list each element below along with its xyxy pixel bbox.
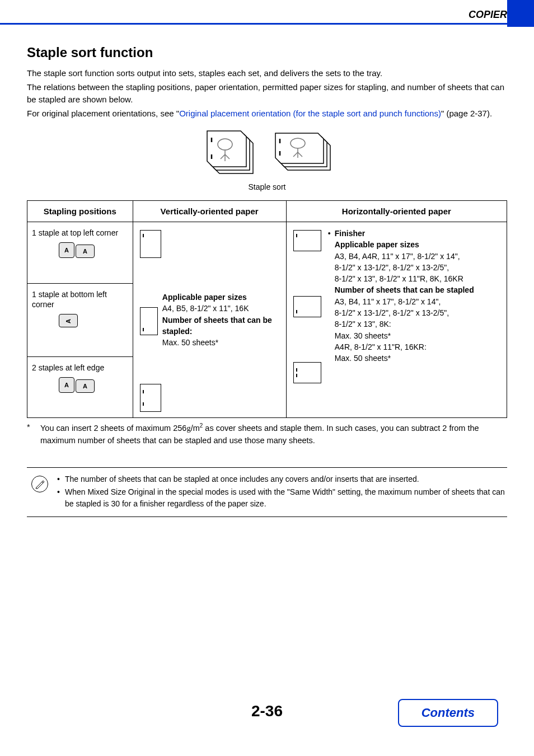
illustration-row — [27, 130, 507, 180]
note-b2: When Mixed Size Original in the special … — [65, 486, 507, 510]
v-page-bl-icon — [140, 307, 158, 335]
intro-p3: For original placement orientations, see… — [27, 107, 507, 120]
section-label: COPIER — [469, 9, 507, 20]
h-l7: 8-1/2" x 13-1/2", 8-1/2" x 13-2/5", — [335, 308, 449, 317]
horizontal-info: •Finisher Applicable paper sizes A3, B4,… — [328, 228, 474, 364]
v-page-tl-icon — [140, 230, 161, 258]
note-b1: The number of sheets that can be stapled… — [65, 473, 419, 485]
cell-vertical-info: Applicable paper sizes A4, B5, 8-1/2" x … — [133, 222, 286, 418]
staple-vertical-icon — [198, 130, 260, 180]
note-block: •The number of sheets that can be staple… — [27, 467, 507, 517]
cell-bottomleft: 1 staple at bottom left corner A — [27, 283, 133, 356]
footnote-mark: * — [27, 421, 40, 447]
intro-p1: The staple sort function sorts output in… — [27, 67, 507, 80]
h-l10: A4R, 8-1/2" x 11"R, 16KR: — [335, 342, 427, 351]
v-l4: Max. 50 sheets* — [162, 338, 218, 347]
intro-p2: The relations between the stapling posit… — [27, 81, 507, 106]
staple-horizontal-icon — [269, 130, 336, 180]
page-header: COPIER — [0, 0, 534, 25]
v-l3: Number of sheets that can be stapled: — [162, 316, 272, 336]
label-topleft: 1 staple at top left corner — [32, 228, 128, 238]
h-l4: 8-1/2" x 13", 8-1/2" x 11"R, 8K, 16KR — [335, 274, 463, 283]
cell-topleft: 1 staple at top left corner A A — [27, 222, 133, 284]
staple-table: Stapling positions Vertically-oriented p… — [27, 200, 507, 418]
h-l5: Number of sheets that can be stapled — [335, 285, 474, 294]
contents-button[interactable]: Contents — [398, 699, 498, 727]
intro-p3-post: " (page 2-37). — [441, 109, 492, 118]
label-bottomleft: 1 staple at bottom left corner — [32, 289, 128, 309]
orientation-link[interactable]: Original placement orientation (for the … — [179, 109, 441, 118]
intro-p3-pre: For original placement orientations, see… — [27, 109, 179, 118]
svg-text:A: A — [65, 319, 72, 323]
landscape-a-sideways-icon: A — [59, 314, 78, 327]
h-page-bl-icon — [293, 296, 321, 317]
h-l1: Applicable paper sizes — [335, 240, 419, 249]
h-l3: 8-1/2" x 13-1/2", 8-1/2" x 13-2/5", — [335, 263, 449, 272]
h-l9: Max. 30 sheets* — [335, 331, 391, 340]
page-title: Staple sort function — [27, 45, 507, 60]
v-l2: A4, B5, 8-1/2" x 11", 16K — [162, 304, 249, 313]
portrait-a-icon: A — [59, 242, 74, 258]
v-l1: Applicable paper sizes — [162, 293, 247, 302]
cell-horizontal-info: •Finisher Applicable paper sizes A3, B4,… — [286, 222, 507, 418]
page-content: Staple sort function The staple sort fun… — [0, 25, 534, 517]
illustration-caption: Staple sort — [27, 182, 507, 191]
h-l6: A3, B4, 11" x 17", 8-1/2" x 14", — [335, 297, 441, 306]
label-2staples: 2 staples at left edge — [32, 363, 128, 373]
h-bullet: Finisher — [335, 228, 365, 239]
footnote: * You can insert 2 sheets of maximum 256… — [27, 421, 507, 447]
h-page-2l-icon — [293, 362, 321, 383]
portrait-a-icon-2: A — [59, 377, 74, 393]
footnote-text: You can insert 2 sheets of maximum 256g/… — [40, 421, 507, 447]
v-page-2l-icon — [140, 384, 161, 412]
h-page-tl-icon — [293, 230, 321, 251]
h-l2: A3, B4, A4R, 11" x 17", 8-1/2" x 14", — [335, 252, 460, 261]
cell-2staples: 2 staples at left edge A A — [27, 356, 133, 418]
landscape-a-icon-2: A — [76, 379, 95, 393]
h-l8: 8-1/2" x 13", 8K: — [335, 320, 391, 328]
th-positions: Stapling positions — [27, 201, 133, 222]
landscape-a-icon: A — [76, 245, 95, 258]
th-horizontal: Horizontally-oriented paper — [286, 201, 507, 222]
th-vertical: Vertically-oriented paper — [133, 201, 286, 222]
h-l11: Max. 50 sheets* — [335, 354, 391, 363]
accent-stripe — [507, 0, 534, 27]
pencil-note-icon — [31, 476, 48, 492]
vertical-info: Applicable paper sizes A4, B5, 8-1/2" x … — [162, 292, 282, 348]
note-bullets: •The number of sheets that can be staple… — [57, 473, 507, 511]
